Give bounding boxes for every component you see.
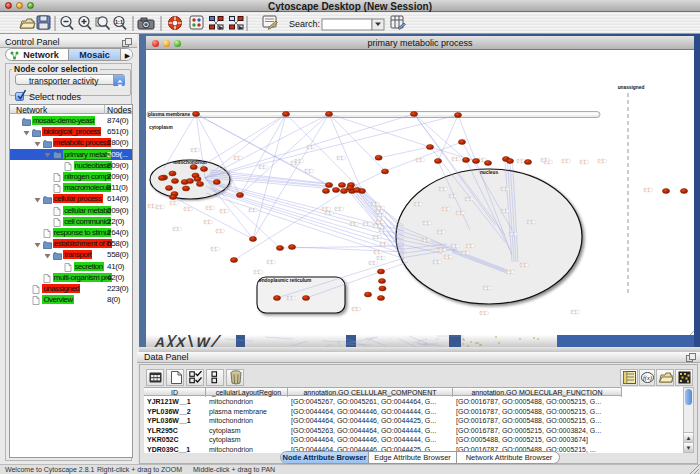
svg-text:[···]: [···] xyxy=(501,187,506,191)
svg-text:[···]: [···] xyxy=(170,201,175,205)
svg-text:[···]: [···] xyxy=(444,255,449,259)
svg-text:nucleus: nucleus xyxy=(480,170,498,175)
svg-text:[···]: [···] xyxy=(363,222,368,226)
svg-text:[···]: [···] xyxy=(216,229,221,233)
svg-text:[···]: [···] xyxy=(234,156,239,160)
svg-text:[···]: [···] xyxy=(520,263,525,267)
svg-text:[···]: [···] xyxy=(373,224,378,228)
svg-text:plasma membrane: plasma membrane xyxy=(148,112,190,117)
svg-text:mitochondrion: mitochondrion xyxy=(173,160,207,165)
svg-text:[···]: [···] xyxy=(156,205,161,209)
svg-text:1:1: 1:1 xyxy=(115,19,123,25)
svg-text:[···]: [···] xyxy=(191,148,196,152)
svg-text:[···]: [···] xyxy=(580,160,585,164)
svg-text:[···]: [···] xyxy=(501,209,506,213)
svg-text:[···]: [···] xyxy=(414,202,419,206)
svg-text:endoplasmic reticulum: endoplasmic reticulum xyxy=(259,278,311,283)
svg-text:[···]: [···] xyxy=(644,188,649,192)
svg-text:[···]: [···] xyxy=(369,261,374,265)
svg-text:[···]: [···] xyxy=(506,270,511,274)
svg-text:[···]: [···] xyxy=(451,244,456,248)
svg-text:[···]: [···] xyxy=(287,296,292,300)
svg-text:[···]: [···] xyxy=(295,159,300,163)
svg-text:[···]: [···] xyxy=(337,156,342,160)
svg-text:[···]: [···] xyxy=(465,197,470,201)
svg-text:[···]: [···] xyxy=(373,235,378,239)
svg-text:[···]: [···] xyxy=(442,207,447,211)
svg-text:[···]: [···] xyxy=(376,220,381,224)
svg-text:[···]: [···] xyxy=(377,213,382,217)
svg-text:[···]: [···] xyxy=(259,165,264,169)
svg-text:f(x): f(x) xyxy=(643,374,652,382)
svg-text:[···]: [···] xyxy=(461,251,466,255)
svg-text:[···]: [···] xyxy=(206,206,211,210)
svg-text:[···]: [···] xyxy=(371,202,376,206)
svg-text:[···]: [···] xyxy=(267,260,272,264)
svg-text:[···]: [···] xyxy=(211,247,216,251)
svg-text:[···]: [···] xyxy=(374,250,379,254)
svg-text:[···]: [···] xyxy=(305,169,310,173)
svg-text:[···]: [···] xyxy=(437,230,442,234)
svg-text:[···]: [···] xyxy=(307,145,312,149)
svg-text:[···]: [···] xyxy=(422,238,427,242)
svg-text:[···]: [···] xyxy=(541,158,546,162)
svg-text:[···]: [···] xyxy=(433,260,438,264)
svg-text:[···]: [···] xyxy=(480,311,485,315)
svg-text:[···]: [···] xyxy=(249,208,254,212)
svg-text:[···]: [···] xyxy=(466,244,471,248)
svg-text:[···]: [···] xyxy=(254,270,259,274)
svg-text:[···]: [···] xyxy=(204,220,209,224)
svg-text:[···]: [···] xyxy=(517,159,522,163)
svg-text:[···]: [···] xyxy=(380,242,385,246)
svg-text:[···]: [···] xyxy=(148,204,153,208)
svg-text:[···]: [···] xyxy=(483,286,488,290)
svg-text:[···]: [···] xyxy=(423,221,428,225)
svg-text:cytoplasm: cytoplasm xyxy=(149,125,173,130)
svg-text:[···]: [···] xyxy=(184,207,189,211)
svg-text:[···]: [···] xyxy=(509,232,514,236)
svg-text:[···]: [···] xyxy=(452,157,457,161)
svg-text:[···]: [···] xyxy=(449,194,454,198)
svg-text:[···]: [···] xyxy=(598,159,603,163)
svg-text:[···]: [···] xyxy=(416,158,421,162)
svg-text:[···]: [···] xyxy=(438,248,443,252)
svg-text:Search:: Search: xyxy=(289,19,320,29)
svg-text:[···]: [···] xyxy=(173,227,178,231)
svg-text:A╳X╲W╱: A╳X╲W╱ xyxy=(153,335,223,347)
svg-text:[···]: [···] xyxy=(527,220,532,224)
svg-text:[···]: [···] xyxy=(220,209,225,213)
svg-text:[···]: [···] xyxy=(352,307,357,311)
svg-text:[···]: [···] xyxy=(335,207,340,211)
svg-text:[···]: [···] xyxy=(456,211,461,215)
svg-text:[···]: [···] xyxy=(379,228,384,232)
svg-text:unassigned: unassigned xyxy=(618,85,645,90)
svg-text:[···]: [···] xyxy=(571,310,576,314)
svg-text:[···]: [···] xyxy=(439,187,444,191)
svg-text:[···]: [···] xyxy=(325,211,330,215)
svg-text:[···]: [···] xyxy=(350,222,355,226)
svg-text:[···]: [···] xyxy=(377,256,382,260)
svg-text:[···]: [···] xyxy=(562,159,567,163)
